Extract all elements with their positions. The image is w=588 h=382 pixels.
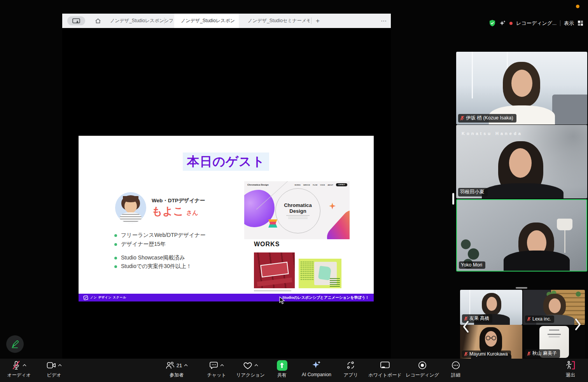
chevron-up-icon[interactable]	[220, 364, 224, 366]
share-icon	[277, 360, 287, 371]
guest-bullet: フリーランスWeb/DTPデザイナー	[114, 232, 205, 239]
home-icon	[95, 18, 101, 24]
window-frame	[469, 290, 470, 317]
apps-icon	[346, 361, 355, 370]
chevron-up-icon[interactable]	[23, 364, 26, 366]
desk-shape	[552, 95, 587, 124]
security-shield-icon[interactable]	[489, 19, 496, 27]
gradient-pill-graphic	[323, 206, 350, 239]
plant	[574, 291, 583, 297]
participant-label: 羽根田小夏	[458, 188, 488, 196]
participant-label: 伊坂 梢 (Kozue Isaka)	[458, 114, 516, 123]
panel-resize-handle[interactable]	[452, 193, 454, 205]
chat-control[interactable]: チャット	[201, 360, 232, 378]
muted-mic-icon	[464, 352, 468, 356]
ai-companion-icon	[312, 360, 322, 370]
shared-screen-content: 本日のゲスト Web・DTPデザイナー もよこさん フリーランスWeb/DTPデ…	[62, 28, 391, 359]
pencil-icon	[10, 340, 20, 349]
view-button[interactable]: 表示	[564, 20, 574, 27]
muted-mic-icon	[527, 351, 531, 356]
ai-companion-control[interactable]: AI Companion	[294, 360, 339, 377]
participants-control[interactable]: 21 参加者	[158, 360, 195, 378]
menubar-recording-dot	[576, 5, 579, 8]
share-preview-button[interactable]	[67, 16, 85, 25]
site-hero-circle: ChromaticaDesign	[275, 188, 320, 233]
recording-control[interactable]: レコーディング	[403, 360, 442, 378]
more-control[interactable]: 詳細	[441, 360, 471, 378]
gradient-cube-graphic	[268, 219, 277, 228]
slide-footer-brand: ノン デザイン スクール	[83, 295, 126, 300]
tab-responsive-2-active[interactable]: ノンデザ_Studioレスポン ✕	[174, 14, 239, 28]
mouse-cursor	[279, 296, 285, 306]
site-logo: Chromatica Design	[247, 184, 269, 186]
slide-footer: ノン デザイン スクール Studioのレスポンシブとアニメーションを学ぼう！	[79, 294, 374, 301]
tile-watermark: Konatsu Haneda	[462, 131, 523, 136]
works-heading: WORKS	[254, 241, 280, 248]
tab-label: ノンデザ_Studioレスポンシブ	[110, 18, 173, 24]
work-thumbnail-red	[254, 252, 295, 288]
home-button[interactable]	[94, 17, 102, 25]
browser-menu-button[interactable]: ⋯	[380, 17, 388, 25]
tab-divider	[311, 18, 312, 24]
share-control[interactable]: 共有	[269, 360, 295, 378]
chevron-up-icon[interactable]	[184, 364, 188, 366]
site-contact-button: CONTACT	[336, 183, 347, 186]
record-icon	[418, 361, 427, 370]
mic-muted-icon	[12, 361, 21, 370]
guest-avatar	[115, 192, 146, 223]
website-screenshot: Chromatica Design WORKSSERVICEFLOWVOICEA…	[244, 181, 350, 239]
tab-seminar-memo[interactable]: ノンデザ_Studioセミナーメモ	[241, 14, 310, 28]
view-grid-icon[interactable]	[578, 20, 583, 26]
reactions-control[interactable]: リアクション	[232, 360, 269, 378]
heart-icon	[243, 361, 252, 370]
leave-control[interactable]: 退出	[555, 360, 586, 378]
work-thumbnail-green	[299, 259, 341, 288]
video-tile-takahashi[interactable]: 友果 髙橋	[460, 290, 522, 325]
slide-footer-tagline: Studioのレスポンシブとアニメーションを学ぼう！	[282, 295, 369, 300]
guest-role: Web・DTPデザイナー	[152, 197, 205, 204]
participant-label: 秋山 麻美子	[525, 349, 560, 358]
tab-responsive-1[interactable]: ノンデザ_Studioレスポンシブ	[103, 14, 173, 28]
video-tile-haneda[interactable]: Konatsu Haneda 羽根田小夏	[456, 125, 587, 198]
guest-bullet: デザイナー歴15年	[114, 241, 166, 248]
annotate-button[interactable]	[6, 335, 24, 353]
screen-person-icon	[72, 18, 80, 24]
video-tile-isaka[interactable]: 伊坂 梢 (Kozue Isaka)	[456, 52, 587, 124]
apps-control[interactable]: アプリ	[336, 360, 366, 378]
tab-label: ノンデザ_Studioセミナーメモ	[248, 18, 310, 24]
whiteboard-icon	[380, 361, 390, 370]
window-frame	[472, 52, 473, 98]
whiteboard-control[interactable]: ホワイトボード	[366, 360, 404, 378]
participant-label: Yoko Mori	[459, 261, 485, 269]
lamp-shade	[557, 219, 572, 230]
new-tab-button[interactable]: +	[313, 17, 322, 25]
ai-sparkle-icon[interactable]	[499, 20, 506, 26]
recording-dot	[509, 22, 513, 25]
video-control[interactable]: ビデオ	[38, 360, 70, 378]
audio-control[interactable]: オーディオ	[3, 360, 35, 378]
gallery-next-arrow[interactable]	[575, 318, 581, 332]
zoom-toolbar: オーディオ ビデオ 21 参加者 チャット	[0, 359, 588, 382]
participants-icon	[165, 361, 175, 370]
chevron-up-icon[interactable]	[254, 364, 258, 366]
participant-label: Mayumi Kurokawa	[462, 350, 511, 358]
leave-door-icon	[565, 361, 576, 370]
gallery-drag-handle[interactable]	[516, 287, 527, 289]
glasses	[485, 336, 498, 340]
camera-icon	[47, 362, 56, 369]
browser-tab-bar: ノンデザ_Studioレスポンシブ ノンデザ_Studioレスポン ✕ ノンデザ…	[62, 14, 391, 28]
site-nav: WORKSSERVICEFLOWVOICEABOUT CONTACT	[294, 183, 347, 186]
video-tile-mori-active[interactable]: Yoko Mori	[456, 199, 587, 272]
participant-label: Lexa inc.	[525, 315, 554, 323]
school-logo-icon	[83, 295, 88, 300]
recording-status-label[interactable]: レコーディング...	[516, 20, 556, 27]
chevron-up-icon[interactable]	[58, 364, 62, 366]
guest-honorific: さん	[186, 209, 198, 216]
divider	[560, 20, 560, 26]
guest-bullet: Studioでの実案件30件以上！	[114, 263, 192, 270]
gallery-prev-arrow[interactable]	[463, 321, 469, 335]
gradient-star-graphic	[329, 203, 336, 209]
video-tile-kurokawa[interactable]: Mayumi Kurokawa	[460, 325, 522, 360]
shared-browser-window: ノンデザ_Studioレスポンシブ ノンデザ_Studioレスポン ✕ ノンデザ…	[62, 14, 391, 359]
more-icon	[451, 361, 460, 370]
